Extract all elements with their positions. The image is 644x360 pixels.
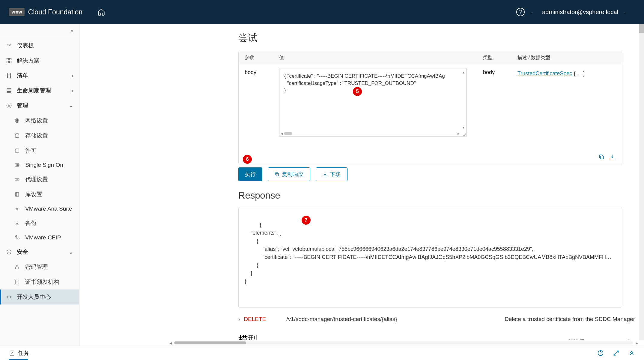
nav-network[interactable]: 网络设置 [0, 113, 79, 128]
nav-label: 管理 [17, 102, 28, 110]
param-name: body [245, 68, 279, 136]
filter-input[interactable] [568, 338, 622, 340]
api-endpoint-row[interactable]: › DELETE /v1/sddc-manager/trusted-certif… [229, 311, 644, 327]
nav-storage[interactable]: 存储设置 [0, 128, 79, 143]
task-help-icon[interactable] [597, 350, 604, 356]
certificate-icon [14, 279, 22, 285]
repo-icon [14, 192, 22, 197]
help-icon[interactable]: ? [516, 8, 525, 16]
collapse-up-icon[interactable] [628, 350, 635, 356]
solutions-icon [6, 58, 14, 64]
nav-proxy[interactable]: 代理设置 [0, 172, 79, 187]
svg-rect-14 [15, 149, 19, 152]
dashboard-icon [6, 43, 14, 49]
api-method: DELETE [244, 316, 283, 322]
svg-point-13 [15, 134, 19, 135]
nav-repo[interactable]: 库设置 [0, 187, 79, 202]
content-v-scrollbar[interactable] [639, 24, 644, 340]
nav-label: VMware Aria Suite [25, 206, 72, 212]
try-section-title: 尝试 [229, 24, 644, 51]
code-icon [6, 294, 14, 300]
help-dropdown-caret-icon[interactable]: ⌄ [530, 10, 533, 14]
sidebar-collapse-bar[interactable]: « [0, 24, 79, 38]
license-icon [14, 148, 22, 153]
svg-rect-0 [7, 58, 9, 60]
lifecycle-icon [6, 88, 14, 94]
schema-braces: { ... } [572, 70, 585, 76]
th-type: 类型 [483, 55, 517, 61]
expand-icon[interactable] [613, 350, 619, 356]
svg-point-11 [8, 105, 10, 106]
nav-admin[interactable]: 管理 ⌄ [0, 98, 79, 113]
nav-license[interactable]: 许可 [0, 143, 79, 158]
nav-backup[interactable]: 备份 [0, 216, 79, 231]
try-table-header: 参数 值 类型 描述 / 数据类型 [239, 51, 622, 64]
svg-rect-8 [7, 88, 11, 90]
scroll-right-icon[interactable]: ▸ [458, 131, 460, 136]
nav-security[interactable]: 安全 ⌄ [0, 244, 79, 260]
user-label[interactable]: administrator@vsphere.local [542, 9, 618, 16]
app-header: vmw Cloud Foundation ? ⌄ administrator@v… [0, 0, 644, 24]
nav-label: VMware CEIP [25, 234, 61, 241]
svg-point-4 [7, 74, 8, 74]
backup-icon [14, 220, 22, 226]
nav-solutions[interactable]: 解决方案 [0, 53, 79, 68]
lock-icon [14, 264, 22, 270]
download-button[interactable]: 下载 [316, 167, 347, 181]
nav-label: 备份 [25, 219, 37, 227]
nav-label: 密码管理 [25, 263, 48, 271]
nav-label: 清单 [17, 72, 28, 80]
nav-ca[interactable]: 证书颁发机构 [0, 274, 79, 290]
api-path: /v1/sddc-manager/trusted-certificates/{a… [286, 316, 403, 322]
svg-point-5 [10, 74, 11, 74]
nav-label: 仪表板 [17, 42, 34, 50]
chevron-down-icon: ⌄ [69, 102, 73, 109]
nav-inventory[interactable]: 清单 › [0, 68, 79, 83]
nav-sso[interactable]: Single Sign On [0, 158, 79, 172]
download-icon[interactable] [609, 154, 615, 160]
content-h-scrollbar[interactable]: ◂ ▸ [79, 340, 644, 346]
textarea-content: { "certificate" : "-----BEGIN CERTIFICAT… [279, 68, 466, 131]
copy-icon [275, 172, 279, 177]
callout-marker-6: 6 [243, 155, 252, 164]
scroll-down-caret-icon[interactable]: ▾ [463, 125, 464, 130]
shield-icon [6, 249, 14, 255]
nav-lifecycle[interactable]: 生命周期管理 › [0, 83, 79, 98]
tasks-icon [9, 350, 15, 356]
svg-rect-23 [276, 173, 279, 176]
nav-label: 库设置 [25, 190, 42, 198]
try-it-panel: 参数 值 类型 描述 / 数据类型 body { "certificate" :… [238, 51, 622, 164]
svg-rect-17 [15, 178, 19, 180]
svg-point-16 [16, 165, 17, 166]
home-icon[interactable] [97, 8, 105, 16]
nav-aria[interactable]: VMware Aria Suite [0, 202, 79, 216]
textarea-h-scrollbar[interactable]: ◂ ▸ [279, 131, 461, 136]
scroll-left-icon[interactable]: ◂ [281, 131, 283, 136]
nav-dashboard[interactable]: 仪表板 [0, 38, 79, 53]
tasks-label[interactable]: 任务 [18, 349, 29, 357]
svg-rect-2 [7, 61, 9, 63]
nav-developer[interactable]: 开发人员中心 [0, 290, 79, 304]
scroll-left-icon[interactable]: ◂ [169, 340, 172, 346]
user-dropdown-caret-icon[interactable]: ⌄ [623, 10, 626, 14]
proxy-icon [14, 177, 22, 182]
svg-rect-1 [10, 58, 11, 60]
action-bar: 6 执行 复制响应 下载 [229, 167, 644, 181]
response-body: { "elements": [ { "alias": "vcf_vcfobtum… [238, 207, 622, 308]
svg-rect-20 [16, 267, 19, 269]
execute-button[interactable]: 执行 [238, 167, 262, 181]
copy-icon[interactable] [598, 154, 604, 160]
copy-response-button[interactable]: 复制响应 [268, 167, 310, 181]
schema-link[interactable]: TrustedCertificateSpec [517, 70, 572, 76]
search-icon[interactable] [626, 339, 632, 340]
response-title: Response [238, 190, 635, 201]
nav-ceip[interactable]: VMware CEIP [0, 231, 79, 244]
sso-icon [14, 162, 22, 168]
brand-text: Cloud Foundation [28, 8, 83, 16]
svg-rect-9 [7, 90, 11, 91]
body-textarea[interactable]: { "certificate" : "-----BEGIN CERTIFICAT… [279, 68, 467, 136]
resize-handle-icon[interactable] [462, 132, 466, 136]
nav-password[interactable]: 密码管理 [0, 260, 79, 274]
scroll-right-icon[interactable]: ▸ [636, 340, 638, 346]
scroll-up-caret-icon[interactable]: ▴ [463, 70, 464, 74]
